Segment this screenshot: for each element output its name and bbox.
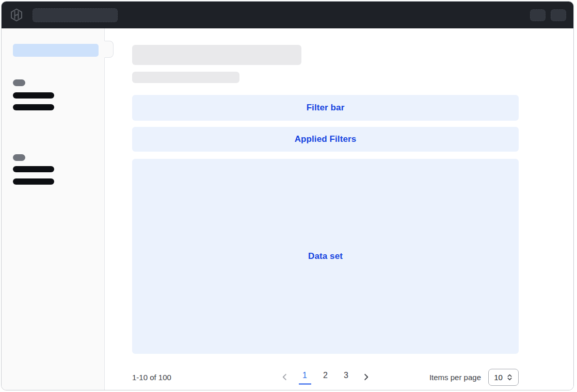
sidebar-item-skeleton-2: [13, 104, 54, 110]
sidebar-section-label-skeleton-1: [13, 79, 25, 86]
data-set-label: Data set: [308, 251, 343, 262]
page-title-skeleton: [132, 45, 301, 65]
page-number-1[interactable]: 1: [299, 370, 311, 385]
applied-filters-panel: Applied Filters: [132, 127, 519, 152]
items-per-page-label: Items per page: [429, 373, 481, 382]
sidebar-section-label-skeleton-2: [13, 154, 25, 161]
app-body: Filter bar Applied Filters Data set 1-10…: [2, 28, 573, 390]
sidebar-item-skeleton-1: [13, 92, 54, 99]
nav-search-skeleton: [33, 8, 118, 22]
filter-bar-panel: Filter bar: [132, 95, 519, 121]
up-down-caret-icon: [506, 373, 513, 381]
pagination-range-text: 1-10 of 100: [132, 373, 171, 382]
page-size-value: 10: [494, 373, 503, 382]
page-size-select[interactable]: 10: [488, 369, 519, 386]
sidebar-active-item-skeleton: [13, 44, 99, 57]
nav-action-skeleton-1: [530, 9, 546, 21]
items-per-page-group: Items per page 10: [429, 369, 519, 386]
sidebar-item-skeleton-4: [13, 178, 54, 185]
sidebar-toggle-notch[interactable]: [104, 41, 114, 58]
chevron-right-icon: [362, 373, 370, 381]
nav-action-skeleton-2: [551, 9, 566, 21]
applied-filters-label: Applied Filters: [295, 134, 357, 144]
app-window: Filter bar Applied Filters Data set 1-10…: [1, 1, 574, 390]
page-subtitle-skeleton: [132, 72, 239, 83]
pagination-nav: 1 2 3: [279, 370, 372, 385]
sidebar: [2, 28, 105, 390]
top-nav: [2, 2, 573, 28]
hashicorp-logo-icon: [10, 8, 23, 22]
page-number-2[interactable]: 2: [319, 370, 332, 385]
next-page-button[interactable]: [361, 371, 372, 383]
prev-page-button[interactable]: [279, 371, 291, 383]
filter-bar-label: Filter bar: [307, 103, 345, 113]
data-set-panel: Data set: [132, 159, 519, 354]
main-content: Filter bar Applied Filters Data set 1-10…: [105, 28, 573, 390]
sidebar-item-skeleton-3: [13, 166, 54, 172]
pagination-bar: 1-10 of 100 1 2 3: [132, 365, 519, 389]
chevron-left-icon: [281, 373, 288, 381]
page-number-3[interactable]: 3: [340, 370, 352, 385]
